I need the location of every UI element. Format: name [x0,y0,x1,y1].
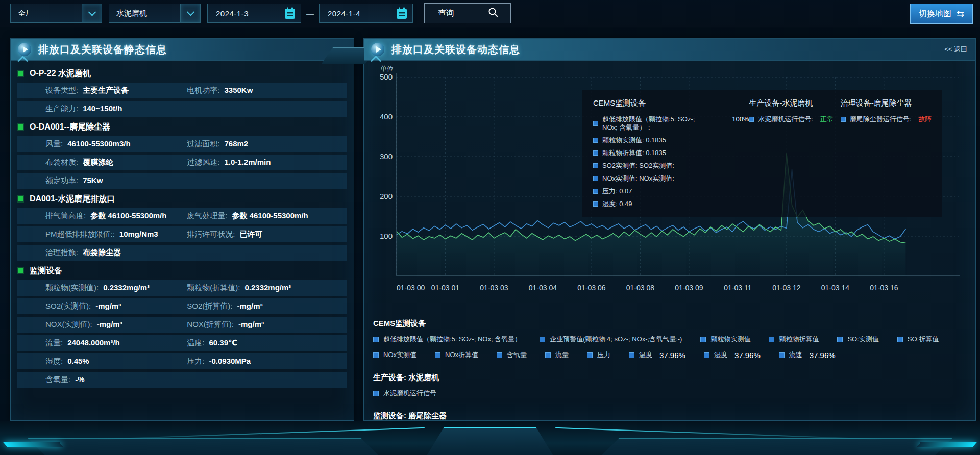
svg-text:200: 200 [380,192,393,200]
start-date-picker[interactable]: 2024-1-3 [207,4,301,23]
info-field: 废气处理量:参数 46100-55300m/h [187,211,308,221]
legend-group-title: 监测设备: 磨尾除尘器 [373,411,966,421]
dynamic-info-panel: 排放口及关联设备动态信息 << 返回 10020030040050001-03 … [363,38,976,421]
legend-item[interactable]: 流速37.96% [779,350,836,360]
query-button[interactable]: 查询 [424,3,511,23]
field-label: 设备类型: [45,86,78,95]
legend-item[interactable]: 水泥磨机运行信号 [373,389,436,398]
legend-item-label: SO:折算值 [908,335,939,344]
field-label: PM超低排排放限值:: [45,230,115,239]
field-label: 治理措施: [45,248,78,258]
switch-map-button[interactable]: 切换地图 ⇆ [910,4,973,24]
field-value: 主要生产设备 [83,86,129,95]
info-field: 颗粒物(折算值):0.2332mg/m³ [187,283,291,293]
info-field: 排气筒高度:参数 46100-55300m/h [45,211,187,221]
section-header: DA001-水泥磨尾排放口 [18,191,354,207]
info-row: 布袋材质:覆膜涤纶过滤风速:1.0-1.2m/min [17,155,347,170]
legend-item[interactable]: 含氧量 [497,350,527,360]
square-bullet-icon [593,189,598,194]
tooltip-item: 湿度: 0.49 [593,200,749,208]
tooltip-item: 颗粒物折算值: 0.1835 [593,149,749,157]
square-bullet-icon [587,352,593,358]
chevron-down-icon[interactable] [82,4,102,22]
info-row: NOX(实测值):-mg/m³NOX(折算值):-mg/m³ [17,317,347,333]
square-bullet-icon [704,352,709,358]
decor-wing-left [28,438,384,455]
plant-select[interactable]: 全厂 [10,4,102,23]
chart-tooltip: CEMS监测设备超低排放限值（颗拉物:5: SOz-; NOx; 含氧量）：10… [582,90,942,217]
legend-item-label: 颗粒物折算值 [779,335,819,344]
device-select-value: 水泥磨机 [109,9,147,18]
svg-text:01-03 04: 01-03 04 [529,284,557,292]
info-row: PM超低排排放限值::10mg/Nm3排污许可状况:已许可 [17,226,347,242]
legend-item[interactable]: 企业预警值(颗粒物:4; sOz-; NOx-;含氧气量:-) [540,335,682,344]
square-bullet-icon [837,337,843,342]
field-value: 覆膜涤纶 [83,158,113,167]
legend-group: 生产设备: 水泥磨机水泥磨机运行信号 [373,373,966,398]
svg-text:500: 500 [380,72,393,81]
tooltip-item: 磨尾除尘器运行信号:故障 [841,115,932,123]
svg-text:01-03 11: 01-03 11 [724,284,751,292]
field-label: 过滤风速: [187,158,219,167]
square-bullet-icon [373,337,379,342]
device-select[interactable]: 水泥磨机 [109,4,201,23]
info-field: 生产能力:140~150t/h [45,104,187,114]
info-field: PM超低排排放限值::10mg/Nm3 [45,230,187,239]
info-field: 过滤风速:1.0-1.2m/min [187,158,271,167]
tooltip-column: 生产设备-水泥磨机水泥磨机运行信号:正常 [749,98,840,212]
info-field: 温度:60.39℃ [187,338,237,348]
field-value: 3350Kw [224,86,253,94]
status-value: 故障 [918,115,932,123]
legend-item[interactable]: 流量 [545,350,569,360]
chevron-down-icon[interactable] [180,4,200,22]
green-square-icon [18,71,23,76]
info-field: SO2(折算值):-mg/m³ [187,301,262,311]
info-field: 额定功率:75Kw [45,176,187,186]
legend-item[interactable]: NOx实测值 [373,350,416,360]
legend-item[interactable]: SO:实测值 [837,335,878,344]
tooltip-column-title: 治理设备-磨尾除尘器 [841,98,932,108]
square-bullet-icon [897,337,903,342]
calendar-icon[interactable] [279,4,301,22]
square-bullet-icon [435,352,440,358]
legend-item[interactable]: 颗粒物折算值 [769,335,819,344]
field-label: 风量: [45,139,63,149]
svg-text:300: 300 [380,152,393,161]
legend-item-value: 37.96% [734,351,761,360]
info-row: 额定功率:75Kw [17,173,347,189]
info-row: 含氧量:-% [17,372,347,388]
svg-text:01-03 00: 01-03 00 [397,284,425,292]
tooltip-column-title: 生产设备-水泥磨机 [749,98,840,108]
info-field: NOX(折算值):-mg/m³ [187,320,264,330]
legend-item[interactable]: 超低排放限值（颗拉物:5: SOz-; NOx; 含氧量） [373,335,521,344]
end-date-picker[interactable]: 2024-1-4 [319,4,413,23]
calendar-icon[interactable] [391,4,412,22]
legend-item[interactable]: NOx折算值 [435,350,478,360]
field-value: 60.39℃ [209,338,237,347]
field-label: SO2(折算值): [187,301,232,311]
play-icon [18,43,31,56]
legend-item[interactable]: 温度37.96% [629,350,685,360]
back-link[interactable]: << 返回 [944,45,967,54]
square-bullet-icon [593,201,598,207]
svg-text:01-03 09: 01-03 09 [675,284,703,292]
field-label: 流量: [45,338,63,348]
swap-arrows-icon: ⇆ [957,9,964,18]
field-value: 布袋除尘器 [83,248,121,258]
legend-item[interactable]: 湿度37.96% [704,350,761,360]
info-field: 颗粒物(实测值):0.2332mg/m³ [45,283,187,293]
chart-legend-area: CEMS监测设备超低排放限值（颗拉物:5: SOz-; NOx; 含氧量）企业预… [364,309,975,436]
legend-item[interactable]: 颗粒物实测值 [700,335,750,344]
legend-item[interactable]: SO:折算值 [897,335,939,344]
legend-item-value: 37.96% [810,351,836,360]
green-square-icon [18,124,23,130]
info-row: 排气筒高度:参数 46100-55300m/h废气处理量:参数 46100-55… [17,208,347,224]
tooltip-item-text: 压力: 0.07 [602,187,632,195]
field-label: NOX(实测值): [45,320,92,330]
legend-item-label: 湿度 [714,350,727,360]
field-value: 46100-55300m3/h [67,139,130,148]
info-row: 生产能力:140~150t/h [17,101,347,117]
field-label: 颗粒物(折算值): [187,283,240,293]
svg-text:01-03 03: 01-03 03 [480,284,508,292]
legend-item[interactable]: 压力 [587,350,610,360]
